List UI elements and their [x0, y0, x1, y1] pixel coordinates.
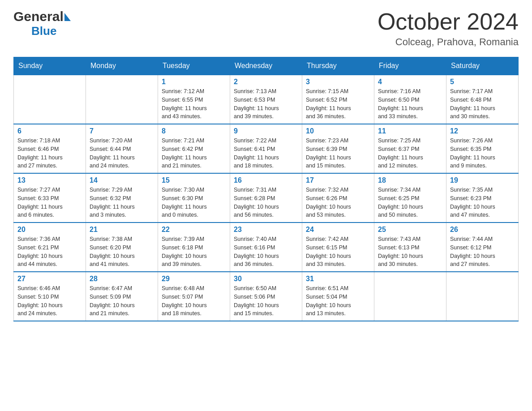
day-number: 22 [162, 226, 226, 234]
calendar-cell: 27Sunrise: 6:46 AM Sunset: 5:10 PM Dayli… [14, 272, 86, 321]
calendar-cell: 24Sunrise: 7:42 AM Sunset: 6:15 PM Dayli… [302, 223, 374, 272]
calendar-cell: 10Sunrise: 7:23 AM Sunset: 6:39 PM Dayli… [302, 124, 374, 173]
day-info: Sunrise: 7:20 AM Sunset: 6:44 PM Dayligh… [90, 137, 154, 170]
calendar-week-4: 20Sunrise: 7:36 AM Sunset: 6:21 PM Dayli… [14, 223, 519, 272]
calendar-header-row: SundayMondayTuesdayWednesdayThursdayFrid… [14, 57, 519, 75]
logo: General Blue [13, 9, 71, 38]
calendar-cell [374, 272, 446, 321]
calendar-cell: 17Sunrise: 7:32 AM Sunset: 6:26 PM Dayli… [302, 173, 374, 223]
day-number: 1 [162, 78, 226, 86]
calendar-cell [446, 272, 519, 321]
day-info: Sunrise: 7:30 AM Sunset: 6:30 PM Dayligh… [162, 186, 226, 219]
day-info: Sunrise: 7:29 AM Sunset: 6:32 PM Dayligh… [90, 186, 154, 219]
day-info: Sunrise: 7:43 AM Sunset: 6:13 PM Dayligh… [378, 235, 442, 269]
day-number: 30 [234, 275, 298, 283]
calendar-cell: 7Sunrise: 7:20 AM Sunset: 6:44 PM Daylig… [86, 124, 158, 173]
calendar-cell: 14Sunrise: 7:29 AM Sunset: 6:32 PM Dayli… [86, 173, 158, 223]
day-info: Sunrise: 7:18 AM Sunset: 6:46 PM Dayligh… [17, 137, 82, 170]
calendar-week-5: 27Sunrise: 6:46 AM Sunset: 5:10 PM Dayli… [14, 272, 519, 321]
day-header-friday: Friday [374, 57, 446, 75]
day-number: 4 [378, 78, 442, 86]
day-number: 12 [450, 127, 515, 135]
calendar-cell: 23Sunrise: 7:40 AM Sunset: 6:16 PM Dayli… [230, 223, 302, 272]
day-info: Sunrise: 7:42 AM Sunset: 6:15 PM Dayligh… [306, 235, 370, 269]
day-number: 2 [234, 78, 298, 86]
logo-general-text: General [13, 9, 64, 24]
day-info: Sunrise: 7:31 AM Sunset: 6:28 PM Dayligh… [234, 186, 298, 219]
day-number: 16 [234, 176, 298, 184]
day-number: 5 [450, 78, 515, 86]
calendar-cell: 22Sunrise: 7:39 AM Sunset: 6:18 PM Dayli… [158, 223, 230, 272]
day-info: Sunrise: 7:26 AM Sunset: 6:35 PM Dayligh… [450, 137, 515, 170]
calendar-cell: 2Sunrise: 7:13 AM Sunset: 6:53 PM Daylig… [230, 75, 302, 124]
calendar-cell: 19Sunrise: 7:35 AM Sunset: 6:23 PM Dayli… [446, 173, 519, 223]
day-info: Sunrise: 7:32 AM Sunset: 6:26 PM Dayligh… [306, 186, 370, 219]
day-number: 18 [378, 176, 442, 184]
logo-blue-text: Blue [13, 24, 56, 38]
day-info: Sunrise: 6:47 AM Sunset: 5:09 PM Dayligh… [90, 284, 154, 318]
calendar-cell [86, 75, 158, 124]
day-info: Sunrise: 7:39 AM Sunset: 6:18 PM Dayligh… [162, 235, 226, 269]
calendar-cell: 30Sunrise: 6:50 AM Sunset: 5:06 PM Dayli… [230, 272, 302, 321]
day-info: Sunrise: 6:46 AM Sunset: 5:10 PM Dayligh… [17, 284, 82, 318]
day-number: 26 [450, 226, 515, 234]
calendar-cell: 6Sunrise: 7:18 AM Sunset: 6:46 PM Daylig… [14, 124, 86, 173]
calendar-cell: 12Sunrise: 7:26 AM Sunset: 6:35 PM Dayli… [446, 124, 519, 173]
day-info: Sunrise: 7:21 AM Sunset: 6:42 PM Dayligh… [162, 137, 226, 170]
day-number: 15 [162, 176, 226, 184]
calendar-cell: 1Sunrise: 7:12 AM Sunset: 6:55 PM Daylig… [158, 75, 230, 124]
day-info: Sunrise: 7:16 AM Sunset: 6:50 PM Dayligh… [378, 87, 442, 121]
day-number: 19 [450, 176, 515, 184]
day-number: 29 [162, 275, 226, 283]
calendar-cell: 18Sunrise: 7:34 AM Sunset: 6:25 PM Dayli… [374, 173, 446, 223]
title-section: October 2024 Colceag, Prahova, Romania [378, 9, 519, 48]
day-header-wednesday: Wednesday [230, 57, 302, 75]
day-info: Sunrise: 7:27 AM Sunset: 6:33 PM Dayligh… [17, 186, 82, 219]
day-number: 9 [234, 127, 298, 135]
day-header-saturday: Saturday [446, 57, 519, 75]
calendar-cell: 3Sunrise: 7:15 AM Sunset: 6:52 PM Daylig… [302, 75, 374, 124]
day-number: 25 [378, 226, 442, 234]
calendar-cell: 4Sunrise: 7:16 AM Sunset: 6:50 PM Daylig… [374, 75, 446, 124]
calendar-cell [14, 75, 86, 124]
day-number: 17 [306, 176, 370, 184]
day-info: Sunrise: 6:51 AM Sunset: 5:04 PM Dayligh… [306, 284, 370, 318]
day-number: 10 [306, 127, 370, 135]
calendar-cell: 20Sunrise: 7:36 AM Sunset: 6:21 PM Dayli… [14, 223, 86, 272]
day-number: 20 [17, 226, 82, 234]
day-info: Sunrise: 7:34 AM Sunset: 6:25 PM Dayligh… [378, 186, 442, 219]
day-info: Sunrise: 7:23 AM Sunset: 6:39 PM Dayligh… [306, 137, 370, 170]
day-number: 7 [90, 127, 154, 135]
calendar-cell: 8Sunrise: 7:21 AM Sunset: 6:42 PM Daylig… [158, 124, 230, 173]
day-info: Sunrise: 7:22 AM Sunset: 6:41 PM Dayligh… [234, 137, 298, 170]
calendar-subtitle: Colceag, Prahova, Romania [378, 36, 519, 48]
day-header-sunday: Sunday [14, 57, 86, 75]
page-header: General Blue October 2024 Colceag, Praho… [13, 9, 519, 48]
day-info: Sunrise: 7:15 AM Sunset: 6:52 PM Dayligh… [306, 87, 370, 121]
calendar-cell: 25Sunrise: 7:43 AM Sunset: 6:13 PM Dayli… [374, 223, 446, 272]
day-number: 31 [306, 275, 370, 283]
day-info: Sunrise: 7:25 AM Sunset: 6:37 PM Dayligh… [378, 137, 442, 170]
day-info: Sunrise: 6:48 AM Sunset: 5:07 PM Dayligh… [162, 284, 226, 318]
day-info: Sunrise: 7:44 AM Sunset: 6:12 PM Dayligh… [450, 235, 515, 269]
calendar-cell: 15Sunrise: 7:30 AM Sunset: 6:30 PM Dayli… [158, 173, 230, 223]
day-number: 21 [90, 226, 154, 234]
calendar-week-1: 1Sunrise: 7:12 AM Sunset: 6:55 PM Daylig… [14, 75, 519, 124]
day-info: Sunrise: 7:40 AM Sunset: 6:16 PM Dayligh… [234, 235, 298, 269]
day-info: Sunrise: 7:38 AM Sunset: 6:20 PM Dayligh… [90, 235, 154, 269]
day-number: 14 [90, 176, 154, 184]
day-number: 3 [306, 78, 370, 86]
day-info: Sunrise: 7:17 AM Sunset: 6:48 PM Dayligh… [450, 87, 515, 121]
day-number: 27 [17, 275, 82, 283]
calendar-cell: 16Sunrise: 7:31 AM Sunset: 6:28 PM Dayli… [230, 173, 302, 223]
calendar-week-2: 6Sunrise: 7:18 AM Sunset: 6:46 PM Daylig… [14, 124, 519, 173]
day-number: 24 [306, 226, 370, 234]
day-header-monday: Monday [86, 57, 158, 75]
calendar-cell: 26Sunrise: 7:44 AM Sunset: 6:12 PM Dayli… [446, 223, 519, 272]
day-info: Sunrise: 6:50 AM Sunset: 5:06 PM Dayligh… [234, 284, 298, 318]
calendar-cell: 31Sunrise: 6:51 AM Sunset: 5:04 PM Dayli… [302, 272, 374, 321]
day-info: Sunrise: 7:35 AM Sunset: 6:23 PM Dayligh… [450, 186, 515, 219]
day-info: Sunrise: 7:12 AM Sunset: 6:55 PM Dayligh… [162, 87, 226, 121]
calendar-cell: 13Sunrise: 7:27 AM Sunset: 6:33 PM Dayli… [14, 173, 86, 223]
day-info: Sunrise: 7:13 AM Sunset: 6:53 PM Dayligh… [234, 87, 298, 121]
